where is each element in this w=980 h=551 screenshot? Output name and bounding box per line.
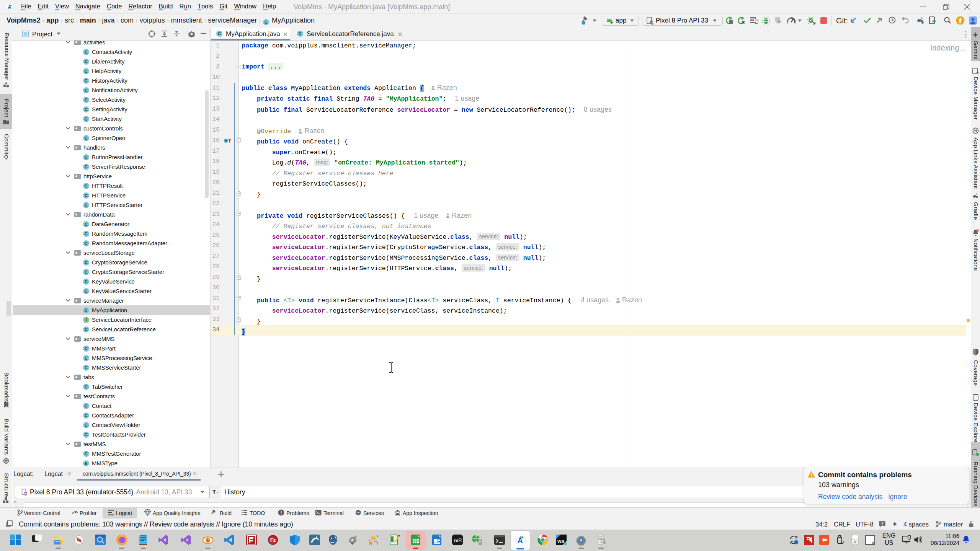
svg-text:A: A bbox=[741, 20, 745, 24]
svg-text:m: m bbox=[454, 538, 459, 543]
svg-text:WS: WS bbox=[557, 539, 564, 544]
svg-text:R: R bbox=[458, 537, 462, 543]
svg-text:Fz: Fz bbox=[270, 537, 276, 543]
